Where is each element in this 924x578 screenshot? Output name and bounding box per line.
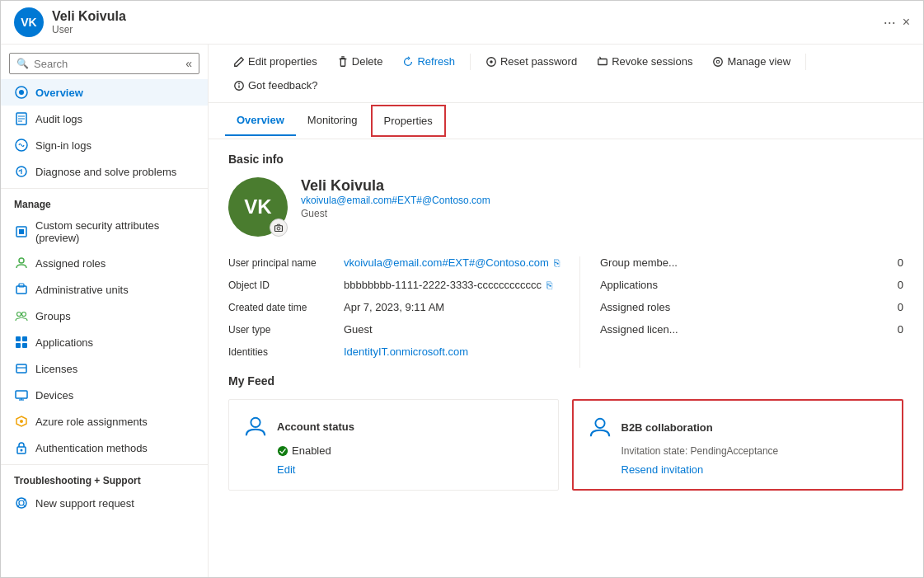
svg-rect-10 xyxy=(19,229,24,234)
upn-link[interactable]: vkoivula@email.com#EXT#@Contoso.com xyxy=(344,256,549,269)
reset-password-icon xyxy=(485,56,497,68)
created-label: Created date time xyxy=(228,302,344,313)
profile-section: VK Veli Koivula vkoivula@email.com#EXT#@… xyxy=(228,177,903,237)
enabled-icon xyxy=(277,445,288,457)
sidebar-item-admin-units[interactable]: Administrative units xyxy=(1,276,208,303)
refresh-icon xyxy=(402,56,414,68)
account-status-icon xyxy=(242,413,269,439)
profile-avatar: VK xyxy=(228,177,288,237)
delete-button[interactable]: Delete xyxy=(329,51,392,72)
sidebar-item-applications-label: Applications xyxy=(35,336,93,349)
account-status-value: Enabled xyxy=(292,444,331,457)
avatar-initials: VK xyxy=(21,16,36,29)
profile-email: vkoivula@email.com#EXT#@Contoso.com xyxy=(301,195,490,206)
stat-row-roles: Assigned roles 0 xyxy=(600,301,903,313)
svg-point-14 xyxy=(17,312,21,317)
sidebar-item-new-support-label: New support request xyxy=(35,497,134,510)
licenses-icon xyxy=(14,361,29,376)
my-feed-section: My Feed Account st xyxy=(228,374,903,491)
svg-rect-17 xyxy=(22,336,27,341)
basic-info-title: Basic info xyxy=(228,153,903,166)
user-display-name: Veli Koivula xyxy=(52,9,877,24)
sidebar-item-devices[interactable]: Devices xyxy=(1,382,208,408)
licenses-stat-value: 0 xyxy=(898,323,903,336)
overview-icon xyxy=(14,85,29,100)
support-section-label: Troubleshooting + Support xyxy=(1,464,208,490)
sidebar-item-admin-units-label: Administrative units xyxy=(35,284,129,296)
search-box[interactable]: 🔍 « xyxy=(9,53,199,74)
delete-icon xyxy=(337,56,349,68)
sidebar-item-azure-roles[interactable]: Azure role assignments xyxy=(1,408,208,435)
identities-link[interactable]: IdentityIT.onmicrosoft.com xyxy=(344,345,468,358)
sidebar-item-overview[interactable]: Overview xyxy=(1,79,208,106)
account-status-edit-link[interactable]: Edit xyxy=(277,463,545,476)
svg-rect-40 xyxy=(598,59,607,64)
info-row-upn: User principal name vkoivula@email.com#E… xyxy=(228,256,560,269)
toolbar: Edit properties Delete Refresh Reset pas… xyxy=(209,45,923,103)
sidebar-item-groups[interactable]: Groups xyxy=(1,303,208,329)
account-status-status: Enabled xyxy=(277,444,545,457)
toolbar-divider-2 xyxy=(805,54,806,70)
stat-row-licenses: Assigned licen... 0 xyxy=(600,323,903,336)
sidebar-item-overview-label: Overview xyxy=(35,87,83,99)
svg-point-28 xyxy=(21,449,23,452)
search-input[interactable] xyxy=(34,58,182,70)
stat-row-group: Group membe... 0 xyxy=(600,256,903,269)
support-icon xyxy=(14,496,29,510)
edit-icon xyxy=(233,56,245,68)
sidebar-item-applications[interactable]: Applications xyxy=(1,329,208,355)
revoke-sessions-button[interactable]: Revoke sessions xyxy=(589,51,701,72)
tab-monitoring[interactable]: Monitoring xyxy=(296,106,369,136)
sidebar-item-audit-logs[interactable]: Audit logs xyxy=(1,106,208,132)
manage-view-button[interactable]: Manage view xyxy=(704,51,799,72)
my-feed-title: My Feed xyxy=(228,374,903,388)
svg-point-43 xyxy=(717,60,720,63)
devices-icon xyxy=(14,388,29,402)
objectid-label: Object ID xyxy=(228,280,344,291)
page-body: Basic info VK Veli Koivula vkoivula@emai… xyxy=(209,139,923,504)
manage-section-label: Manage xyxy=(1,188,208,214)
tab-overview[interactable]: Overview xyxy=(225,106,296,136)
b2b-user-icon xyxy=(588,415,612,439)
manage-view-icon xyxy=(712,56,724,68)
edit-properties-button[interactable]: Edit properties xyxy=(225,51,326,72)
svg-rect-16 xyxy=(16,336,21,341)
camera-button[interactable] xyxy=(270,219,288,237)
b2b-title: B2B collaboration xyxy=(621,421,713,434)
more-options-icon[interactable]: ··· xyxy=(884,14,896,31)
close-icon[interactable]: × xyxy=(903,15,910,30)
group-stat-label: Group membe... xyxy=(600,256,678,269)
b2b-sub-text: Invitation state: PendingAcceptance xyxy=(621,445,889,457)
usertype-value: Guest xyxy=(344,323,373,336)
sidebar-item-auth-methods[interactable]: Authentication methods xyxy=(1,435,208,461)
sidebar-item-new-support[interactable]: New support request xyxy=(1,490,208,516)
user-status-icon xyxy=(243,414,268,439)
roles-stat-label: Assigned roles xyxy=(600,301,670,313)
reset-password-button[interactable]: Reset password xyxy=(477,51,585,72)
audit-logs-icon xyxy=(14,111,29,126)
svg-point-1 xyxy=(19,90,24,95)
resend-invitation-link[interactable]: Resend invitation xyxy=(621,463,889,476)
identities-label: Identities xyxy=(228,346,344,358)
sidebar-item-auth-methods-label: Authentication methods xyxy=(35,442,148,454)
sidebar-item-signin-logs[interactable]: Sign-in logs xyxy=(1,132,208,158)
refresh-button[interactable]: Refresh xyxy=(394,51,463,72)
stat-row-apps: Applications 0 xyxy=(600,279,903,291)
main-window: VK Veli Koivula User ··· × 🔍 « Overview xyxy=(0,0,924,578)
sidebar-item-audit-logs-label: Audit logs xyxy=(35,113,82,125)
sidebar-item-custom-security[interactable]: Custom security attributes (preview) xyxy=(1,214,208,250)
svg-point-11 xyxy=(19,258,24,263)
sidebar-item-assigned-roles[interactable]: Assigned roles xyxy=(1,250,208,276)
feedback-button[interactable]: Got feedback? xyxy=(225,75,326,96)
profile-details: Veli Koivula vkoivula@email.com#EXT#@Con… xyxy=(301,177,490,219)
copy-upn-icon[interactable]: ⎘ xyxy=(554,257,560,269)
svg-point-42 xyxy=(714,57,723,66)
sidebar-item-licenses[interactable]: Licenses xyxy=(1,355,208,382)
upn-label: User principal name xyxy=(228,257,344,269)
svg-rect-20 xyxy=(16,364,26,373)
info-row-created: Created date time Apr 7, 2023, 9:11 AM xyxy=(228,301,560,313)
sidebar-item-diagnose[interactable]: Diagnose and solve problems xyxy=(1,158,208,185)
tab-properties[interactable]: Properties xyxy=(371,105,446,137)
copy-objectid-icon[interactable]: ⎘ xyxy=(546,280,552,291)
collapse-icon[interactable]: « xyxy=(185,57,192,70)
